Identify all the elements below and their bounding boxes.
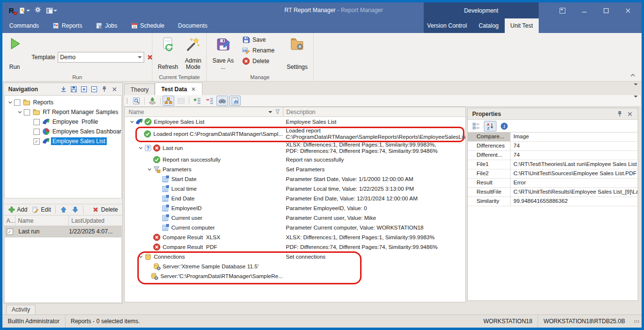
test-data-row[interactable]: Current computer Parameter Current compu… xyxy=(125,223,465,232)
test-data-row[interactable]: Compare Result XLSX XLSX: Differences:1,… xyxy=(125,232,465,242)
property-row[interactable]: File1 C:\RT\Test\Theories\Last run\Emplo… xyxy=(468,160,638,169)
sort-arrow-icon[interactable] xyxy=(268,111,272,113)
test-data-row[interactable]: Connections Set connections xyxy=(125,252,465,262)
expander-icon[interactable] xyxy=(137,253,144,260)
property-value[interactable]: C:\RT\Test\Theories\Last run\Employee Sa… xyxy=(511,160,638,169)
tab-test-data[interactable]: Test Data✕ xyxy=(155,82,202,95)
column-name[interactable]: Name xyxy=(16,215,69,226)
tab-overflow-button[interactable] xyxy=(634,85,641,92)
report-checkbox[interactable] xyxy=(24,109,30,116)
close-panel-button[interactable] xyxy=(625,109,635,119)
navigation-tree-item[interactable]: Reports xyxy=(5,98,121,107)
column-header-description[interactable]: Description xyxy=(283,107,465,116)
preview-button[interactable] xyxy=(216,96,228,106)
test-data-row[interactable]: Start Date Parameter Start Date, Value: … xyxy=(125,174,465,184)
delete-template-button[interactable]: Delete xyxy=(239,56,277,66)
tab-reports[interactable]: Reports xyxy=(46,18,89,33)
settings-button[interactable]: Settings xyxy=(283,34,311,71)
property-value[interactable]: 74 xyxy=(511,151,638,160)
test-data-row[interactable]: Current user Parameter Current user, Val… xyxy=(125,213,465,223)
tab-theory[interactable]: Theory xyxy=(124,83,155,95)
column-header-name[interactable]: Name xyxy=(125,107,283,116)
report-view-button[interactable] xyxy=(229,96,241,106)
tab-unit-test[interactable]: Unit Test xyxy=(505,18,539,33)
report-checkbox[interactable] xyxy=(14,99,20,106)
refresh-button[interactable]: Refresh xyxy=(154,34,182,71)
test-data-row[interactable]: Last run XLSX: Differences:1, Different … xyxy=(125,141,465,155)
tab-jobs[interactable]: Jobs xyxy=(89,18,124,33)
expand-nodes-button[interactable] xyxy=(191,96,203,106)
info-button[interactable]: i xyxy=(498,121,511,132)
report-checkbox[interactable] xyxy=(33,129,40,135)
tree-view-button[interactable] xyxy=(163,96,174,106)
property-value[interactable]: C:\RT\UnitTest\Sources\Employee Sales Li… xyxy=(511,169,638,178)
minimize-button[interactable] xyxy=(573,2,595,18)
tab-documents[interactable]: Documents xyxy=(171,18,215,33)
column-lastupdated[interactable]: LastUpdated xyxy=(69,215,122,226)
test-data-row[interactable]: Compare Result PDF PDF: Differences:74, … xyxy=(125,242,465,252)
save-button[interactable]: Save xyxy=(239,34,277,45)
rename-button[interactable]: AB Rename xyxy=(239,45,277,56)
tab-catalog[interactable]: Catalog xyxy=(473,18,504,33)
filter-icon[interactable] xyxy=(275,109,280,115)
collapse-all-button[interactable] xyxy=(89,84,99,94)
property-value[interactable]: 74 xyxy=(511,142,638,150)
property-value[interactable]: Error xyxy=(511,179,638,187)
test-data-row[interactable]: EmployeeID Parameter EmployeeID, Value: … xyxy=(125,203,465,213)
run-button[interactable]: Run xyxy=(4,34,25,71)
template-combobox[interactable]: Demo xyxy=(58,52,144,63)
options-gear-button[interactable] xyxy=(34,6,41,15)
report-checkbox[interactable]: ✓ xyxy=(33,138,40,145)
column-active[interactable]: A... xyxy=(4,215,16,226)
navigation-tree-item[interactable]: Employee Profile xyxy=(5,117,121,127)
test-data-row[interactable]: Server:'Xtreme Sample Database 11.5' xyxy=(125,262,465,271)
navigation-tree-item[interactable]: RT Report Manager Samples xyxy=(5,107,121,117)
test-data-row[interactable]: Loaded report C:\ProgramData\RTManager\S… xyxy=(125,127,465,141)
property-value[interactable]: Image xyxy=(511,132,638,141)
pin-button[interactable] xyxy=(99,84,109,94)
property-row[interactable]: Similarity 99.948641655886362 xyxy=(468,197,638,206)
layout-button[interactable] xyxy=(46,7,57,15)
property-row[interactable]: File2 C:\RT\UnitTest\Sources\Employee Sa… xyxy=(468,169,638,179)
expand-all-button[interactable] xyxy=(79,84,89,94)
property-row[interactable]: ResultFile C:\RT\UnitTest\Results\Employ… xyxy=(468,188,638,197)
close-button[interactable] xyxy=(617,2,639,18)
tab-commands[interactable]: Commands xyxy=(2,18,46,33)
export-button[interactable] xyxy=(147,96,158,106)
move-down-button[interactable] xyxy=(70,205,81,214)
test-data-row[interactable]: End Date Parameter End Date, Value: 12/3… xyxy=(125,194,465,203)
expander-icon[interactable] xyxy=(137,145,144,151)
collapse-nodes-button[interactable] xyxy=(204,96,215,106)
save-layout-button[interactable] xyxy=(68,84,79,94)
property-row[interactable]: Result Error xyxy=(468,179,638,188)
report-checkbox[interactable] xyxy=(33,119,40,125)
test-data-row[interactable]: Employee Sales List Employee Sales List xyxy=(125,117,465,127)
full-screen-button[interactable] xyxy=(551,2,573,18)
run-row[interactable]: ✓ Last run 1/22/2025 4:07... xyxy=(5,226,121,237)
appearance-button[interactable] xyxy=(18,7,30,15)
test-data-row[interactable]: Local time Parameter Local time, Value: … xyxy=(125,184,465,194)
toolbar-overflow-button[interactable] xyxy=(634,98,641,104)
expander-icon[interactable] xyxy=(129,118,135,125)
grid-view-button[interactable] xyxy=(175,96,187,106)
alphabetical-sort-button[interactable]: AZ xyxy=(484,121,496,132)
property-row[interactable]: Differences 74 xyxy=(468,142,638,151)
tab-schedule[interactable]: 12 Schedule xyxy=(124,18,171,33)
move-up-button[interactable] xyxy=(58,205,69,214)
test-data-row[interactable]: Server:'C:\ProgramData\RTManager\SampleR… xyxy=(125,271,465,281)
delete-run-button[interactable]: Delete xyxy=(90,205,120,214)
maximize-button[interactable] xyxy=(595,2,617,18)
add-button[interactable]: Add xyxy=(6,205,29,214)
navigation-tree-item[interactable]: ✓ Employee Sales List xyxy=(5,136,121,146)
tab-version-control[interactable]: Version Control xyxy=(421,18,473,33)
property-value[interactable]: 99.948641655886362 xyxy=(511,197,638,206)
dock-down-button[interactable] xyxy=(58,84,68,94)
admin-mode-button[interactable]: Admin Mode xyxy=(182,34,205,71)
expander-icon[interactable] xyxy=(146,166,153,173)
close-tab-icon[interactable]: ✕ xyxy=(191,86,196,93)
toolbar-drag-handle[interactable] xyxy=(127,99,128,103)
expander-icon[interactable] xyxy=(17,109,23,116)
property-row[interactable]: Different... 74 xyxy=(468,151,638,160)
navigation-tree-item[interactable]: Employee Sales Dashboard xyxy=(5,127,121,136)
close-panel-button[interactable] xyxy=(109,84,119,94)
